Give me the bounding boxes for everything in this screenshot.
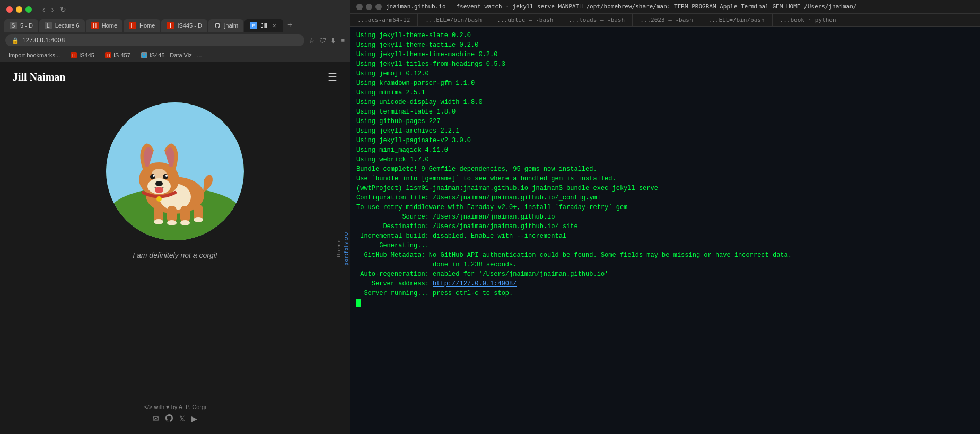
corgi-container: I am definitely not a corgi! <box>106 102 244 259</box>
svg-point-18 <box>153 175 155 177</box>
terminal-tab-1[interactable]: ...acs-arm64-12 <box>350 14 418 26</box>
menu-icon[interactable]: ≡ <box>340 37 345 45</box>
star-icon[interactable]: ☆ <box>309 37 315 45</box>
tab-label-4: Home <box>139 22 155 29</box>
tab-favicon-6 <box>214 22 221 29</box>
terminal-dot-2[interactable] <box>366 4 372 10</box>
theme-label-container: theme portfolYOU <box>335 229 350 267</box>
address-bar-row: 🔒 127.0.0.1:4008 ☆ 🛡 ⬇ ≡ <box>0 32 350 49</box>
terminal-line: done in 1.238 seconds. <box>356 260 974 270</box>
browser-tab-1[interactable]: S 5 - D <box>4 19 38 32</box>
terminal-tab-3[interactable]: ...ublic — -bash <box>489 14 561 26</box>
terminal-line: GitHub Metadata: No GitHub API authentic… <box>356 250 974 260</box>
terminal-titlebar: jnaiman.github.io — fsevent_watch · jeky… <box>350 0 980 14</box>
bookmark-favicon-is457: H <box>105 52 111 58</box>
terminal-traffic-lights <box>356 4 382 10</box>
browser-tab-5[interactable]: I IS445 - D <box>161 19 207 32</box>
tab-favicon-5: I <box>167 22 174 29</box>
terminal-body[interactable]: Using jekyll-theme-slate 0.2.0Using jeky… <box>350 27 980 434</box>
terminal-prompt-line[interactable] <box>356 298 974 308</box>
close-window-button[interactable] <box>6 6 13 13</box>
bookmark-favicon-is445: H <box>71 52 77 58</box>
terminal-cursor <box>356 299 361 307</box>
terminal-line: Using unicode-display_width 1.8.0 <box>356 98 974 107</box>
email-icon[interactable]: ✉ <box>153 414 159 423</box>
back-button[interactable]: ‹ <box>40 4 47 15</box>
hamburger-menu-button[interactable]: ☰ <box>328 71 337 83</box>
terminal-dot-1[interactable] <box>356 4 363 10</box>
svg-point-17 <box>163 174 168 179</box>
terminal-line: Using mini_magick 4.11.0 <box>356 145 974 155</box>
tab-favicon-3: H <box>91 22 99 29</box>
footer-text: </> with ♥ by A. P. Corgi <box>144 404 206 410</box>
site-name: Jill Naiman <box>13 71 65 83</box>
tab-label-7: Jill <box>260 22 267 29</box>
bookmarks-bar: Import bookmarks... H IS445 H IS 457 🌐 I… <box>0 49 350 62</box>
terminal-tab-5[interactable]: ...2023 — -bash <box>633 14 701 26</box>
tab-favicon-4: H <box>129 22 136 29</box>
browser-tab-6[interactable]: jnaim <box>208 19 243 32</box>
terminal-line: Using jemoji 0.12.0 <box>356 69 974 79</box>
terminal-line: To use retry middleware with Faraday v2.… <box>356 203 974 212</box>
tab-label-2: Lecture 6 <box>55 22 80 29</box>
address-bar[interactable]: 🔒 127.0.0.1:4008 <box>5 34 304 46</box>
reload-button[interactable]: ↻ <box>58 4 68 15</box>
bookmark-dataviz[interactable]: 🌐 IS445 - Data Viz - ... <box>138 51 205 59</box>
bookmark-is457-label: IS 457 <box>113 52 130 58</box>
browser-tab-3[interactable]: H Home <box>86 19 122 32</box>
svg-point-10 <box>167 220 177 225</box>
terminal-line: Generating... <box>356 241 974 250</box>
nav-arrows: ‹ › ↻ <box>40 4 68 15</box>
terminal-line: Source: /Users/jnaiman/jnaiman.github.io <box>356 212 974 222</box>
minimize-window-button[interactable] <box>16 6 22 13</box>
terminal-panel: jnaiman.github.io — fsevent_watch · jeky… <box>350 0 980 434</box>
address-bar-icons: ☆ 🛡 ⬇ ≡ <box>309 37 345 45</box>
tab-close-button[interactable]: ✕ <box>270 22 278 29</box>
tab-favicon-7: P <box>250 22 257 29</box>
github-icon[interactable] <box>165 414 173 423</box>
terminal-line: Incremental build: disabled. Enable with… <box>356 231 974 241</box>
url-text: 127.0.0.1:4008 <box>22 37 65 44</box>
forward-button[interactable]: › <box>49 4 56 15</box>
terminal-line: Using minima 2.5.1 <box>356 88 974 98</box>
bookmark-is445[interactable]: H IS445 <box>67 51 98 59</box>
terminal-line: Using jekyll-titles-from-headings 0.5.3 <box>356 59 974 69</box>
terminal-link[interactable]: http://127.0.0.1:4008/ <box>433 280 517 288</box>
download-icon[interactable]: ⬇ <box>330 37 336 45</box>
terminal-line: Using github-pages 227 <box>356 117 974 126</box>
terminal-tab-7[interactable]: ...book · python <box>773 14 844 26</box>
tab-label-5: IS445 - D <box>177 22 202 29</box>
terminal-tab-6[interactable]: ...ELL=/bin/bash <box>701 14 773 26</box>
bookmark-is445-label: IS445 <box>79 52 94 58</box>
terminal-line: Using terminal-table 1.8.0 <box>356 107 974 117</box>
new-tab-button[interactable]: + <box>284 20 295 32</box>
terminal-line: Destination: /Users/jnaiman/jnaiman.gith… <box>356 222 974 231</box>
youtube-icon[interactable]: ▶ <box>191 414 197 423</box>
tab-label-6: jnaim <box>224 22 238 29</box>
svg-point-22 <box>156 196 162 202</box>
twitter-icon[interactable]: 𝕏 <box>179 414 185 423</box>
website-content: Jill Naiman ☰ <box>0 62 350 434</box>
terminal-line: Using jekyll-paginate-v2 3.0.0 <box>356 136 974 145</box>
corgi-caption: I am definitely not a corgi! <box>133 251 217 259</box>
terminal-line: Server address: http://127.0.0.1:4008/ <box>356 279 974 289</box>
browser-tab-2[interactable]: L Lecture 6 <box>39 19 85 32</box>
traffic-lights <box>6 6 32 13</box>
bookmark-import[interactable]: Import bookmarks... <box>5 51 63 59</box>
svg-point-21 <box>155 187 163 193</box>
terminal-tab-4[interactable]: ...loads — -bash <box>561 14 633 26</box>
terminal-dot-3[interactable] <box>375 4 382 10</box>
terminal-line: Using jekyll-archives 2.2.1 <box>356 126 974 136</box>
terminal-tabs: ...acs-arm64-12 ...ELL=/bin/bash ...ubli… <box>350 14 980 27</box>
bookmark-is457[interactable]: H IS 457 <box>102 51 134 59</box>
terminal-tab-2[interactable]: ...ELL=/bin/bash <box>418 14 489 26</box>
browser-tab-7[interactable]: P Jill ✕ <box>244 19 283 32</box>
maximize-window-button[interactable] <box>25 6 32 13</box>
terminal-line: Server running... press ctrl-c to stop. <box>356 289 974 298</box>
theme-label: theme <box>335 237 343 259</box>
svg-point-20 <box>155 181 163 186</box>
terminal-line: (wwtProject) lism01-jnaiman:jnaiman.gith… <box>356 184 974 193</box>
bookmark-import-label: Import bookmarks... <box>8 52 60 58</box>
browser-tab-4[interactable]: H Home <box>124 19 160 32</box>
tab-label-1: 5 - D <box>20 22 33 29</box>
